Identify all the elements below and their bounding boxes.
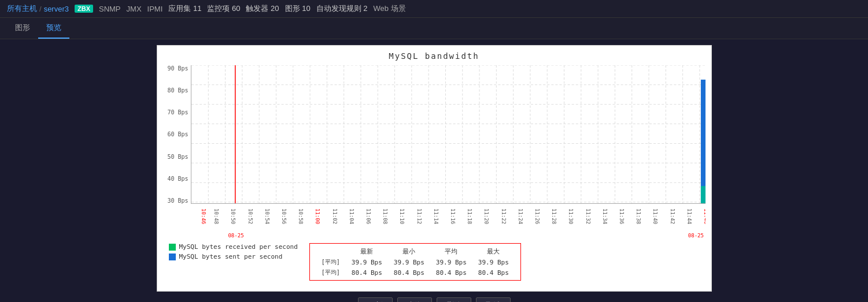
svg-text:11:12: 11:12 — [416, 208, 422, 224]
chart-wrapper: MySQL bandwidth 90 Bps 80 Bps 70 Bps 60 … — [157, 45, 712, 292]
ipmi-link[interactable]: IPMI — [147, 5, 163, 13]
svg-text:11:24: 11:24 — [517, 208, 523, 224]
x-axis-svg: 10:46 10:48 10:50 10:52 10:54 10:56 10:5… — [193, 204, 706, 238]
chart-title: MySQL bandwidth — [163, 51, 706, 61]
svg-rect-40 — [700, 186, 705, 203]
svg-text:11:08: 11:08 — [382, 208, 388, 224]
graph-label: 图形 10 — [285, 3, 311, 14]
clone-button[interactable]: 克隆 — [397, 297, 432, 302]
all-hosts-link[interactable]: 所有主机 — [7, 3, 37, 14]
web-scene-link[interactable]: Web 场景 — [374, 3, 406, 14]
y-label-70: 70 Bps — [167, 109, 188, 115]
stats-row-sent: [平均] 80.4 Bps 80.4 Bps 80.4 Bps 80.4 Bps — [316, 267, 515, 278]
legend-color-received — [169, 244, 176, 251]
jmx-link[interactable]: JMX — [127, 5, 142, 13]
svg-text:11:26: 11:26 — [534, 208, 540, 224]
chart-area: 90 Bps 80 Bps 70 Bps 60 Bps 50 Bps 40 Bp… — [163, 65, 706, 204]
stats-header-newest: 最新 — [346, 246, 388, 257]
svg-text:10:48: 10:48 — [213, 208, 219, 224]
stats-sent-avg: 80.4 Bps — [430, 267, 472, 278]
svg-text:11:28: 11:28 — [551, 208, 557, 224]
svg-text:11:06: 11:06 — [365, 208, 371, 224]
stats-label-received: [平均] — [316, 257, 346, 267]
legend-label-sent: MySQL bytes sent per second — [179, 253, 283, 260]
legend-label-received: MySQL bytes received per second — [179, 243, 298, 251]
svg-text:11:20: 11:20 — [483, 208, 489, 224]
stats-header-blank — [316, 246, 346, 257]
svg-text:11:16: 11:16 — [450, 208, 456, 224]
svg-text:11:04: 11:04 — [348, 208, 354, 224]
stats-row-received: [平均] 39.9 Bps 39.9 Bps 39.9 Bps 39.9 Bps — [316, 257, 515, 267]
svg-text:11:44: 11:44 — [686, 208, 692, 224]
svg-rect-39 — [700, 80, 705, 203]
svg-text:10:54: 10:54 — [264, 208, 269, 224]
x-axis-area: 10:46 10:48 10:50 10:52 10:54 10:56 10:5… — [193, 204, 706, 238]
stats-received-newest: 39.9 Bps — [346, 257, 388, 267]
stats-received-avg: 39.9 Bps — [430, 257, 472, 267]
stats-header-max: 最大 — [472, 246, 515, 257]
y-label-40: 40 Bps — [167, 176, 188, 182]
chart-container-outer: MySQL bandwidth 90 Bps 80 Bps 70 Bps 60 … — [7, 45, 861, 292]
breadcrumb: 所有主机 / server3 — [7, 3, 69, 14]
svg-text:11:18: 11:18 — [467, 208, 472, 224]
y-label-60: 60 Bps — [167, 131, 188, 137]
chart-svg — [191, 65, 706, 203]
snmp-link[interactable]: SNMP — [99, 5, 121, 13]
svg-text:10:58: 10:58 — [298, 208, 304, 224]
cancel-button[interactable]: 取消 — [476, 297, 511, 302]
tab-graph[interactable]: 图形 — [7, 18, 38, 39]
svg-text:11:46: 11:46 — [703, 208, 705, 224]
stats-header-min: 最小 — [388, 246, 430, 257]
y-axis: 90 Bps 80 Bps 70 Bps 60 Bps 50 Bps 40 Bp… — [163, 65, 191, 204]
y-label-30: 30 Bps — [167, 197, 188, 204]
legend-item-sent: MySQL bytes sent per second — [169, 253, 298, 260]
tab-bar: 图形 预览 — [0, 18, 868, 39]
svg-text:08-25: 08-25 — [688, 233, 703, 238]
chart-body — [191, 65, 706, 204]
y-label-80: 80 Bps — [167, 87, 188, 94]
delete-button[interactable]: 删除 — [437, 297, 471, 302]
update-button[interactable]: 更新 — [358, 297, 393, 302]
svg-text:08-25: 08-25 — [228, 233, 243, 238]
main-content: MySQL bandwidth 90 Bps 80 Bps 70 Bps 60 … — [0, 39, 868, 302]
discovery-label: 自动发现规则 2 — [316, 3, 368, 14]
svg-text:10:46: 10:46 — [201, 208, 206, 224]
stats-sent-max: 80.4 Bps — [472, 267, 515, 278]
stats-received-min: 39.9 Bps — [388, 257, 430, 267]
svg-text:11:22: 11:22 — [500, 208, 506, 224]
stats-header-avg: 平均 — [430, 246, 472, 257]
legend-area: MySQL bytes received per second MySQL by… — [163, 238, 706, 285]
stats-received-max: 39.9 Bps — [472, 257, 515, 267]
svg-text:11:34: 11:34 — [601, 208, 607, 224]
server-link[interactable]: server3 — [44, 5, 69, 13]
breadcrumb-sep: / — [39, 5, 42, 13]
svg-text:11:10: 11:10 — [399, 208, 405, 224]
stats-table-wrapper: 最新 最小 平均 最大 [平均] 39.9 Bps 39.9 Bps — [309, 243, 521, 281]
monitor-label: 监控项 60 — [207, 3, 240, 14]
legend-color-sent — [169, 253, 176, 260]
action-bar: 更新 克隆 删除 取消 — [7, 292, 861, 302]
tab-preview[interactable]: 预览 — [38, 18, 69, 39]
svg-text:10:50: 10:50 — [230, 208, 236, 224]
svg-text:11:02: 11:02 — [331, 208, 337, 224]
legend-items: MySQL bytes received per second MySQL by… — [169, 243, 298, 260]
stats-label-sent: [平均] — [316, 267, 346, 278]
app-label: 应用集 11 — [168, 3, 201, 14]
svg-text:11:30: 11:30 — [568, 208, 574, 224]
stats-table: 最新 最小 平均 最大 [平均] 39.9 Bps 39.9 Bps — [316, 246, 515, 278]
top-navigation: 所有主机 / server3 ZBX SNMP JMX IPMI 应用集 11 … — [0, 0, 868, 18]
svg-text:11:36: 11:36 — [618, 208, 624, 224]
svg-text:11:14: 11:14 — [433, 208, 438, 224]
svg-text:11:42: 11:42 — [669, 208, 675, 224]
svg-text:11:32: 11:32 — [585, 208, 590, 224]
stats-sent-min: 80.4 Bps — [388, 267, 430, 278]
svg-text:11:40: 11:40 — [652, 208, 658, 224]
svg-text:10:52: 10:52 — [247, 208, 253, 224]
trigger-label: 触发器 20 — [246, 3, 279, 14]
svg-text:11:38: 11:38 — [636, 208, 641, 224]
zbx-badge[interactable]: ZBX — [75, 5, 93, 13]
svg-text:10:56: 10:56 — [281, 208, 287, 224]
svg-text:11:00: 11:00 — [315, 208, 320, 224]
y-label-90: 90 Bps — [167, 65, 188, 72]
legend-item-received: MySQL bytes received per second — [169, 243, 298, 251]
